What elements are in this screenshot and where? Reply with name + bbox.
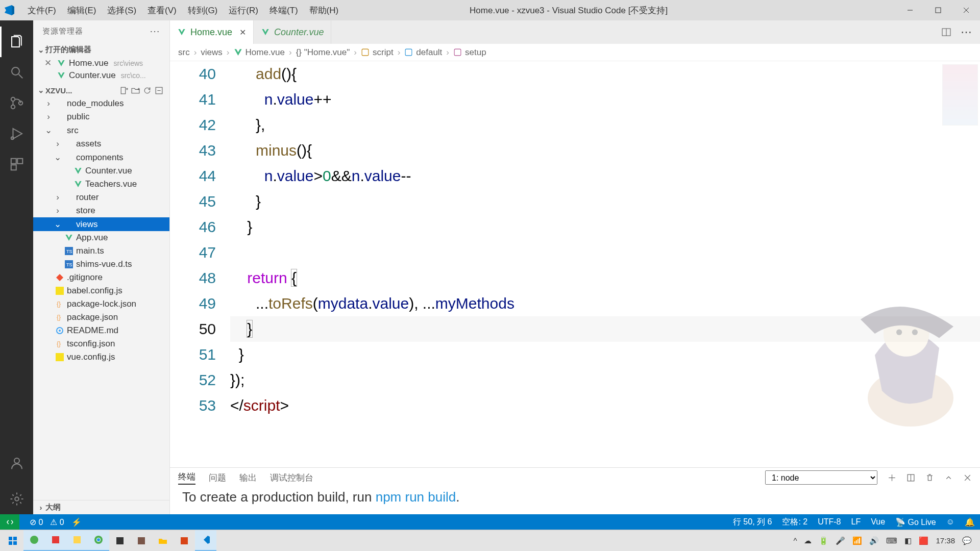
- close-icon[interactable]: ✕: [44, 58, 54, 68]
- taskbar-app[interactable]: [131, 530, 152, 552]
- close-panel-icon[interactable]: [963, 473, 972, 482]
- tray-clock[interactable]: 17:38: [936, 536, 955, 545]
- window-close-button[interactable]: [952, 0, 980, 20]
- status-warnings[interactable]: ⚠ 0: [50, 517, 64, 527]
- menu-terminal[interactable]: 终端(T): [264, 3, 303, 18]
- breadcrumb-item[interactable]: {} "Home.vue": [296, 47, 350, 58]
- menu-edit[interactable]: 编辑(E): [62, 3, 102, 18]
- breadcrumb-item[interactable]: setup: [453, 47, 486, 58]
- breadcrumb-item[interactable]: src: [178, 47, 190, 58]
- tree-item-src[interactable]: ⌄src: [33, 123, 169, 137]
- breadcrumb-item[interactable]: script: [361, 47, 394, 58]
- activity-source-control[interactable]: [0, 88, 33, 118]
- tree-item-package-json[interactable]: {}package.json: [33, 311, 169, 324]
- tray-volume-icon[interactable]: 🔊: [869, 536, 879, 545]
- menu-run[interactable]: 运行(R): [224, 3, 263, 18]
- menu-help[interactable]: 帮助(H): [304, 3, 344, 18]
- taskbar-powerpoint[interactable]: [174, 530, 195, 552]
- open-editor-item[interactable]: ✕ Home.vue src\views: [33, 57, 169, 69]
- status-encoding[interactable]: UTF-8: [818, 517, 841, 527]
- taskbar-app[interactable]: [66, 530, 88, 552]
- maximize-panel-icon[interactable]: [944, 473, 953, 482]
- tree-item-public[interactable]: ›public: [33, 110, 169, 123]
- taskbar-vscode[interactable]: [195, 530, 216, 552]
- activity-extensions[interactable]: [0, 149, 33, 180]
- panel-tab-debug[interactable]: 调试控制台: [270, 472, 313, 484]
- sidebar-more-icon[interactable]: ⋯: [150, 25, 160, 37]
- project-header[interactable]: ⌄XZVU...: [33, 84, 169, 97]
- split-editor-icon[interactable]: [941, 27, 951, 37]
- status-lightning-icon[interactable]: ⚡: [71, 517, 82, 527]
- status-eol[interactable]: LF: [851, 517, 861, 527]
- tree-item-tsconfig-json[interactable]: {}tsconfig.json: [33, 337, 169, 350]
- window-minimize-button[interactable]: [896, 0, 924, 20]
- tab-counter-vue[interactable]: Counter.vue: [254, 20, 331, 44]
- tray-app-icon[interactable]: ◧: [904, 536, 912, 545]
- new-terminal-icon[interactable]: [888, 473, 896, 482]
- tree-item-App-vue[interactable]: App.vue: [33, 231, 169, 244]
- tray-battery-icon[interactable]: 🔋: [819, 536, 828, 545]
- taskbar-app[interactable]: [23, 530, 45, 552]
- activity-explorer[interactable]: [0, 27, 33, 57]
- status-golive[interactable]: 📡 Go Live: [895, 517, 936, 527]
- terminal-dropdown[interactable]: 1: node: [765, 470, 877, 485]
- breadcrumbs[interactable]: src› views› Home.vue› {} "Home.vue"› scr…: [170, 44, 980, 61]
- tree-item-shims-vue-d-ts[interactable]: TSshims-vue.d.ts: [33, 258, 169, 271]
- tray-chevron-icon[interactable]: ^: [793, 536, 797, 545]
- tree-item-Counter-vue[interactable]: Counter.vue: [33, 164, 169, 178]
- status-language[interactable]: Vue: [871, 517, 885, 527]
- menu-view[interactable]: 查看(V): [142, 3, 182, 18]
- new-file-icon[interactable]: [119, 86, 128, 95]
- taskbar-chrome[interactable]: [88, 530, 109, 552]
- tree-item-store[interactable]: ›store: [33, 204, 169, 217]
- status-bell-icon[interactable]: 🔔: [965, 517, 975, 527]
- breadcrumb-item[interactable]: Home.vue: [234, 47, 285, 58]
- kill-terminal-icon[interactable]: [925, 473, 934, 482]
- tree-item-components[interactable]: ⌄components: [33, 151, 169, 164]
- panel-tab-problems[interactable]: 问题: [209, 472, 226, 484]
- open-editors-header[interactable]: ⌄打开的编辑器: [33, 43, 169, 57]
- panel-tab-output[interactable]: 输出: [239, 472, 257, 484]
- status-cursor[interactable]: 行 50, 列 6: [733, 517, 772, 528]
- tree-item--gitignore[interactable]: .gitignore: [33, 271, 169, 284]
- taskbar-app[interactable]: [45, 530, 66, 552]
- terminal-output[interactable]: To create a production build, run npm ru…: [170, 487, 980, 514]
- tree-item-main-ts[interactable]: TSmain.ts: [33, 244, 169, 258]
- panel-tab-terminal[interactable]: 终端: [178, 471, 195, 485]
- status-spaces[interactable]: 空格: 2: [782, 517, 807, 528]
- tree-item-views[interactable]: ⌄views: [33, 217, 169, 231]
- tray-mic-icon[interactable]: 🎤: [836, 536, 845, 545]
- refresh-icon[interactable]: [143, 86, 152, 95]
- taskbar-app[interactable]: [109, 530, 131, 552]
- tree-item-README-md[interactable]: README.md: [33, 324, 169, 337]
- tab-close-icon[interactable]: ✕: [239, 28, 246, 37]
- tree-item-package-lock-json[interactable]: {}package-lock.json: [33, 297, 169, 311]
- remote-indicator[interactable]: [0, 514, 19, 530]
- tray-notifications-icon[interactable]: 💬: [962, 536, 972, 545]
- tree-item-Teachers-vue[interactable]: Teachers.vue: [33, 178, 169, 191]
- split-terminal-icon[interactable]: [906, 473, 915, 482]
- tree-item-babel-config-js[interactable]: babel.config.js: [33, 284, 169, 297]
- menu-select[interactable]: 选择(S): [102, 3, 141, 18]
- status-feedback-icon[interactable]: ☺: [946, 517, 954, 527]
- window-maximize-button[interactable]: [924, 0, 952, 20]
- tree-item-node_modules[interactable]: ›node_modules: [33, 97, 169, 110]
- collapse-icon[interactable]: [155, 86, 163, 95]
- activity-run-debug[interactable]: [0, 118, 33, 149]
- taskbar-explorer[interactable]: [152, 530, 174, 552]
- breadcrumb-item[interactable]: default: [404, 47, 442, 58]
- menu-file[interactable]: 文件(F): [22, 3, 61, 18]
- tray-wifi-icon[interactable]: 📶: [852, 536, 862, 545]
- outline-header[interactable]: ›大纲: [33, 500, 169, 514]
- tab-home-vue[interactable]: Home.vue ✕: [170, 20, 254, 44]
- status-errors[interactable]: ⊘ 0: [30, 517, 43, 527]
- activity-account[interactable]: [0, 448, 33, 479]
- tray-onedrive-icon[interactable]: ☁: [804, 536, 812, 545]
- activity-settings[interactable]: [0, 484, 33, 514]
- tray-app-icon[interactable]: 🟥: [919, 536, 928, 545]
- code-editor[interactable]: 4041424344454647484950515253 add(){ n.va…: [170, 61, 980, 467]
- activity-search[interactable]: [0, 57, 33, 88]
- tray-ime-icon[interactable]: ⌨: [886, 536, 897, 545]
- breadcrumb-item[interactable]: views: [201, 47, 223, 58]
- start-button[interactable]: [2, 530, 23, 552]
